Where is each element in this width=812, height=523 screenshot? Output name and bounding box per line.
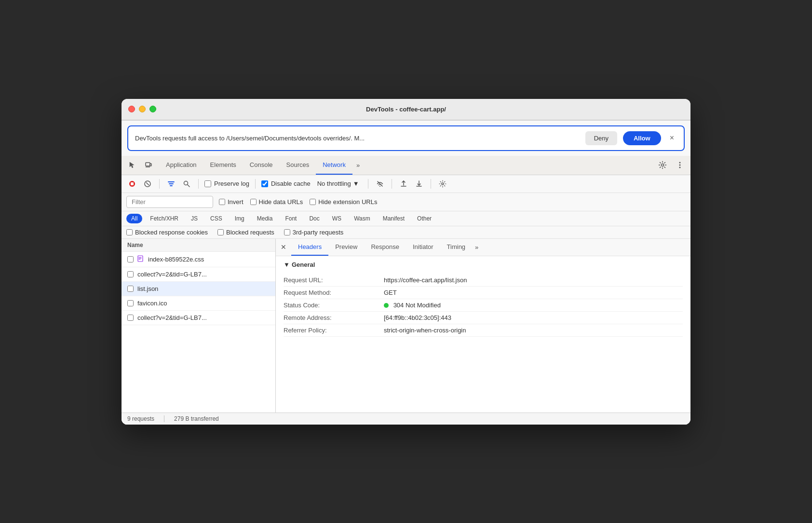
invert-filter-checkbox[interactable]: [219, 199, 225, 205]
hide-extension-urls-label[interactable]: Hide extension URLs: [310, 198, 377, 206]
file-name-4: favicon.ico: [137, 300, 167, 307]
header-key-referrer: Referrer Policy:: [284, 327, 380, 334]
type-filter-doc[interactable]: Doc: [304, 214, 324, 223]
upload-icon[interactable]: [398, 178, 409, 190]
tab-bar-right: [656, 158, 687, 172]
svg-point-4: [679, 162, 681, 164]
detail-tab-overflow[interactable]: »: [472, 244, 481, 251]
list-item[interactable]: collect?v=2&tid=G-LB7...: [122, 311, 275, 325]
minimize-button[interactable]: [139, 106, 146, 112]
blocked-requests-label[interactable]: Blocked requests: [217, 229, 274, 236]
type-filter-css[interactable]: CSS: [205, 214, 227, 223]
network-settings-icon[interactable]: [437, 178, 448, 190]
toolbar-divider-5: [392, 179, 392, 189]
header-value-status: 304 Not Modified: [384, 302, 683, 309]
blocked-cookies-label[interactable]: Blocked response cookies: [126, 229, 208, 236]
blocked-requests-checkbox[interactable]: [217, 229, 224, 235]
list-item[interactable]: collect?v=2&tid=G-LB7...: [122, 267, 275, 282]
window-title: DevTools - coffee-cart.app/: [366, 106, 446, 113]
headers-table: Request URL: https://coffee-cart.app/lis…: [284, 274, 683, 337]
invert-filter-label[interactable]: Invert: [219, 198, 244, 206]
more-icon[interactable]: [673, 158, 687, 172]
stop-recording-button[interactable]: [126, 178, 138, 190]
tab-overflow-button[interactable]: »: [352, 162, 364, 169]
list-item[interactable]: list.json: [122, 282, 275, 296]
disable-cache-checkbox[interactable]: [261, 180, 268, 187]
settings-icon[interactable]: [656, 158, 669, 172]
type-filter-js[interactable]: JS: [186, 214, 203, 223]
titlebar: DevTools - coffee-cart.app/: [122, 99, 690, 120]
svg-point-14: [442, 183, 444, 185]
header-key-remote: Remote Address:: [284, 314, 380, 321]
main-content: Name index-b859522e.css collect?v=2&tid=…: [122, 239, 690, 413]
tab-response[interactable]: Response: [364, 239, 406, 256]
detail-close-button[interactable]: ✕: [281, 243, 286, 251]
file-checkbox-4[interactable]: [127, 300, 134, 306]
tab-timing[interactable]: Timing: [440, 239, 473, 256]
filter-bar: Invert Hide data URLs Hide extension URL…: [122, 193, 690, 211]
filter-input[interactable]: [126, 196, 213, 208]
general-section-header[interactable]: ▼ General: [284, 261, 683, 268]
tab-network[interactable]: Network: [316, 155, 352, 175]
list-item[interactable]: favicon.ico: [122, 296, 275, 311]
third-party-requests-label[interactable]: 3rd-party requests: [284, 229, 344, 236]
type-filter-media[interactable]: Media: [252, 214, 278, 223]
tab-headers[interactable]: Headers: [291, 239, 328, 256]
wifi-icon[interactable]: [374, 178, 386, 190]
permission-close-button[interactable]: ×: [667, 133, 677, 143]
transferred-size: 279 B transferred: [174, 415, 219, 422]
blocked-cookies-checkbox[interactable]: [126, 229, 133, 235]
header-row-method: Request Method: GET: [284, 287, 683, 299]
type-filter-manifest[interactable]: Manifest: [378, 214, 409, 223]
cursor-icon[interactable]: [125, 158, 139, 172]
type-filter-bar: All Fetch/XHR JS CSS Img Media Font Doc …: [122, 211, 690, 226]
header-key-url: Request URL:: [284, 276, 380, 284]
tab-initiator[interactable]: Initiator: [406, 239, 440, 256]
file-checkbox-2[interactable]: [127, 271, 134, 277]
tab-sources[interactable]: Sources: [280, 155, 316, 175]
clear-button[interactable]: [142, 178, 153, 190]
status-divider: [164, 415, 164, 422]
svg-rect-0: [146, 163, 150, 166]
third-party-requests-checkbox[interactable]: [284, 229, 290, 235]
hide-extension-urls-checkbox[interactable]: [310, 199, 316, 205]
type-filter-fetch-xhr[interactable]: Fetch/XHR: [145, 214, 183, 223]
hide-data-urls-checkbox[interactable]: [250, 199, 257, 205]
tab-preview[interactable]: Preview: [328, 239, 364, 256]
throttle-select[interactable]: No throttling ▼: [314, 179, 362, 189]
toolbar-divider-2: [198, 179, 199, 189]
search-button[interactable]: [181, 178, 192, 190]
type-filter-ws[interactable]: WS: [327, 214, 346, 223]
type-filter-other[interactable]: Other: [412, 214, 436, 223]
filter-toggle-button[interactable]: [165, 178, 177, 190]
header-key-method: Request Method:: [284, 289, 380, 296]
type-filter-img[interactable]: Img: [230, 214, 249, 223]
type-filter-all[interactable]: All: [126, 214, 142, 223]
preserve-log-label[interactable]: Preserve log: [204, 180, 249, 187]
file-name-5: collect?v=2&tid=G-LB7...: [137, 314, 207, 321]
disable-cache-label[interactable]: Disable cache: [261, 180, 311, 187]
preserve-log-checkbox[interactable]: [204, 180, 211, 187]
status-bar: 9 requests 279 B transferred: [122, 413, 690, 425]
tab-elements[interactable]: Elements: [203, 155, 243, 175]
detail-tabs: ✕ Headers Preview Response Initiator Tim…: [276, 239, 690, 256]
deny-button[interactable]: Deny: [585, 131, 617, 145]
file-checkbox-5[interactable]: [127, 315, 134, 321]
tab-application[interactable]: Application: [159, 155, 203, 175]
file-checkbox-1[interactable]: [127, 256, 134, 262]
allow-button[interactable]: Allow: [623, 131, 661, 145]
type-filter-wasm[interactable]: Wasm: [349, 214, 375, 223]
close-button[interactable]: [128, 106, 135, 112]
type-filter-font[interactable]: Font: [280, 214, 301, 223]
svg-line-10: [146, 182, 149, 185]
toolbar-divider-1: [159, 179, 160, 189]
hide-data-urls-label[interactable]: Hide data URLs: [250, 198, 303, 206]
maximize-button[interactable]: [149, 106, 156, 112]
tab-bar: Application Elements Console Sources Net…: [122, 156, 690, 175]
tab-console[interactable]: Console: [243, 155, 280, 175]
file-checkbox-3[interactable]: [127, 286, 134, 292]
device-icon[interactable]: [142, 158, 155, 172]
detail-panel: ✕ Headers Preview Response Initiator Tim…: [276, 239, 690, 413]
download-icon[interactable]: [413, 178, 425, 190]
list-item[interactable]: index-b859522e.css: [122, 252, 275, 267]
